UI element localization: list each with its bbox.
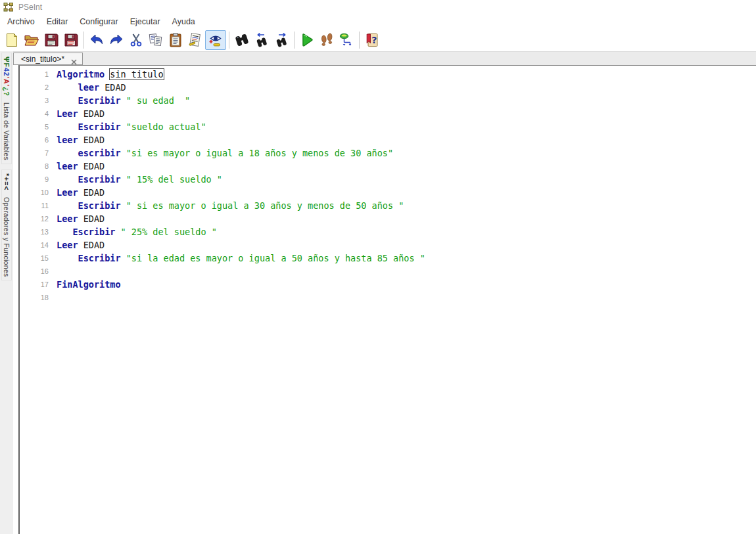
run-button[interactable] [297, 30, 317, 50]
document-tab[interactable]: <sin_titulo>* [13, 53, 83, 65]
code-area[interactable]: 1Algoritmo sin_titulo2 leer EDAD3 Escrib… [20, 66, 756, 304]
save-icon [43, 32, 59, 48]
code-text: Escribir " su edad " [57, 94, 190, 107]
menu-ejecutar[interactable]: Ejecutar [124, 16, 166, 28]
redo-button[interactable] [106, 30, 126, 50]
variables-panel-tab-label: Lista de Variables [3, 102, 11, 160]
cut-icon [128, 32, 144, 48]
pseint-logo-icon [3, 2, 14, 12]
step-run-button[interactable] [317, 30, 337, 50]
save-as-button[interactable] [61, 30, 81, 50]
window-title: PSeInt [18, 3, 42, 12]
title-bar: PSeInt [0, 0, 756, 14]
code-text: leer EDAD [57, 160, 105, 173]
visual-aids-button[interactable] [205, 30, 226, 50]
format-source-button[interactable] [185, 30, 205, 50]
line-number: 10 [20, 186, 57, 199]
line-number: 14 [20, 238, 57, 252]
save-button[interactable] [41, 30, 61, 50]
edit-page-icon [187, 32, 203, 48]
code-line[interactable]: 13 Escribir " 25% del sueldo " [20, 225, 756, 238]
code-editor[interactable]: 1Algoritmo sin_titulo2 leer EDAD3 Escrib… [18, 65, 756, 534]
code-line[interactable]: 11 Escribir " si es mayor o igual a 30 a… [20, 199, 756, 212]
code-text: Algoritmo sin_titulo [57, 68, 164, 81]
menu-archivo[interactable]: Archivo [1, 16, 41, 28]
new-button[interactable] [2, 30, 22, 50]
open-button[interactable] [22, 30, 41, 50]
variables-panel-tab[interactable]: ΨF42'A'¿?Lista de Variables [1, 53, 12, 164]
menu-ayuda[interactable]: Ayuda [166, 16, 201, 28]
code-line[interactable]: 12Leer EDAD [20, 212, 756, 225]
menu-configurar[interactable]: Configurar [74, 16, 124, 28]
operators-panel-tab[interactable]: *+=<Operadores y Funciones [1, 169, 12, 280]
line-number: 1 [20, 68, 57, 81]
document-tab-label: <sin_titulo>* [21, 55, 64, 64]
copy-button[interactable] [146, 30, 166, 50]
toolbar-separator [83, 32, 84, 49]
menu-editar[interactable]: Editar [41, 16, 74, 28]
line-number: 12 [20, 212, 57, 225]
toolbar: ? [0, 28, 756, 51]
line-number: 4 [20, 107, 57, 120]
code-line[interactable]: 17FinAlgoritmo [20, 278, 756, 291]
code-text: escribir "si es mayor o igual a 18 años … [57, 146, 393, 160]
code-text: leer EDAD [57, 81, 126, 94]
code-line[interactable]: 15 Escribir "si la edad es mayor o igual… [20, 252, 756, 265]
line-number: 3 [20, 94, 57, 107]
find-previous-button[interactable] [252, 30, 272, 50]
line-number: 8 [20, 160, 57, 173]
code-line[interactable]: 9 Escribir " 15% del sueldo " [20, 173, 756, 186]
code-line[interactable]: 8leer EDAD [20, 160, 756, 173]
code-line[interactable]: 7 escribir "si es mayor o igual a 18 año… [20, 146, 756, 160]
line-number: 7 [20, 146, 57, 160]
line-number: 15 [20, 252, 57, 265]
code-line[interactable]: 16 [20, 265, 756, 278]
line-number: 5 [20, 120, 57, 133]
close-tab-icon[interactable] [71, 56, 77, 62]
code-text: Escribir " 15% del sueldo " [57, 173, 222, 186]
eye-icon [208, 32, 224, 48]
variables-panel-tab-glyph-icon: ΨF42'A'¿? [3, 56, 11, 97]
find-button[interactable] [232, 30, 252, 50]
new-file-icon [4, 32, 20, 48]
menu-bar: ArchivoEditarConfigurarEjecutarAyuda [0, 14, 756, 28]
pseint-window: PSeInt ArchivoEditarConfigurarEjecutarAy… [0, 0, 756, 534]
code-text: Leer EDAD [57, 212, 105, 225]
binoculars-next-icon [273, 32, 289, 48]
code-text: Leer EDAD [57, 238, 105, 252]
toolbar-separator [359, 32, 360, 49]
flowchart-button[interactable] [337, 30, 356, 50]
code-text: leer EDAD [57, 133, 105, 146]
code-line[interactable]: 18 [20, 291, 756, 304]
undo-icon [89, 32, 105, 48]
line-number: 16 [20, 265, 57, 278]
code-text: Leer EDAD [57, 107, 105, 120]
code-line[interactable]: 2 leer EDAD [20, 81, 756, 94]
line-number: 6 [20, 133, 57, 146]
operators-panel-tab-label: Operadores y Funciones [3, 197, 11, 277]
line-number: 11 [20, 199, 57, 212]
code-line[interactable]: 3 Escribir " su edad " [20, 94, 756, 107]
code-text: Escribir "si la edad es mayor o igual a … [57, 252, 425, 265]
code-line[interactable]: 6leer EDAD [20, 133, 756, 146]
main-area: ΨF42'A'¿?Lista de Variables*+=<Operadore… [0, 51, 756, 534]
current-identifier-box: sin_titulo [110, 69, 163, 79]
code-line[interactable]: 1Algoritmo sin_titulo [20, 68, 756, 81]
find-next-button[interactable] [272, 30, 291, 50]
code-line[interactable]: 5 Escribir "sueldo actual" [20, 120, 756, 133]
cut-button[interactable] [126, 30, 146, 50]
code-line[interactable]: 14Leer EDAD [20, 238, 756, 252]
line-number: 2 [20, 81, 57, 94]
line-number: 9 [20, 173, 57, 186]
help-button[interactable]: ? [362, 30, 382, 50]
code-line[interactable]: 4Leer EDAD [20, 107, 756, 120]
binoculars-prev-icon [254, 32, 270, 48]
run-icon [299, 32, 315, 48]
code-text: FinAlgoritmo [57, 278, 121, 291]
paste-button[interactable] [166, 30, 185, 50]
line-number: 18 [20, 291, 57, 304]
undo-button[interactable] [87, 30, 106, 50]
code-line[interactable]: 10Leer EDAD [20, 186, 756, 199]
open-folder-icon [24, 32, 39, 48]
save-as-icon [63, 32, 79, 48]
